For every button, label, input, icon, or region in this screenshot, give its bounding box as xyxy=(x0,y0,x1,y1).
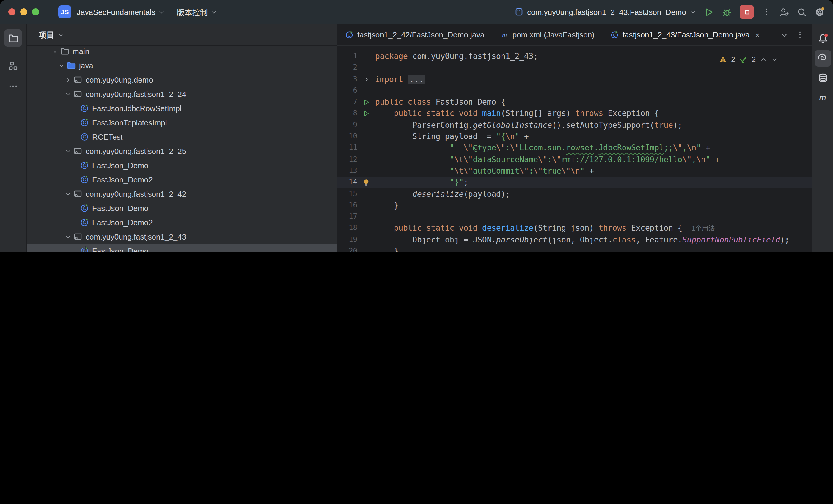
lightbulb-icon[interactable] xyxy=(357,177,375,188)
tree-item-label: FastJson_Demo xyxy=(92,203,148,213)
package-icon xyxy=(73,232,82,241)
settings-gear-icon[interactable] xyxy=(814,7,825,17)
kebab-icon xyxy=(795,30,805,39)
run-gutter-icon[interactable] xyxy=(357,108,375,119)
line-number: 10 xyxy=(337,131,357,142)
chevron-down-icon[interactable] xyxy=(771,56,778,63)
line-number: 9 xyxy=(337,119,357,131)
close-icon[interactable]: × xyxy=(755,30,760,40)
zoom-window-button[interactable] xyxy=(32,8,39,16)
editor-tab-fastjson1_2_42/FastJson_Demo.java[interactable]: Cfastjson1_2_42/FastJson_Demo.java xyxy=(337,24,492,45)
chev-down-icon xyxy=(771,56,778,63)
chevron-down-icon[interactable] xyxy=(57,62,65,69)
chev-right-icon xyxy=(363,76,370,82)
gear-icon xyxy=(814,7,825,17)
chevron-right-icon[interactable] xyxy=(64,76,72,83)
tree-item-FastJson_Demo2[interactable]: CFastJson_Demo2 xyxy=(27,215,336,230)
code-line-18[interactable]: 18 public static void deserialize(String… xyxy=(337,222,812,234)
code-line-10[interactable]: 10 String payload = "{\n" + xyxy=(337,131,812,142)
sidebar-item-project[interactable] xyxy=(4,29,22,47)
tree-item-com.yuy0ung.fastjson1_2_42[interactable]: com.yuy0ung.fastjson1_2_42 xyxy=(27,187,336,201)
tree-item-com.yuy0ung.demo[interactable]: com.yuy0ung.demo xyxy=(27,73,336,87)
project-selector[interactable]: JavaSecFundamentals xyxy=(77,7,165,16)
tree-item-com.yuy0ung.fastjson1_2_24[interactable]: com.yuy0ung.fastjson1_2_24 xyxy=(27,87,336,101)
package-icon xyxy=(73,89,82,99)
search-icon xyxy=(797,7,807,17)
tab-options-icon[interactable] xyxy=(795,30,805,39)
inspections-widget[interactable]: 2 2 xyxy=(718,55,778,64)
line-number: 7 xyxy=(337,96,357,108)
more-actions-icon[interactable] xyxy=(762,7,771,17)
tree-item-label: FastJson_Demo2 xyxy=(92,218,153,227)
tree-item-java[interactable]: java xyxy=(27,58,336,73)
stop-button[interactable] xyxy=(740,5,754,19)
tree-item-FastJson_Demo[interactable]: CFastJson_Demo xyxy=(27,158,336,172)
code-line-14[interactable]: 14 "}"; xyxy=(337,177,812,188)
code-line-12[interactable]: 12 "\t\"dataSourceName\":\"rmi://127.0.0… xyxy=(337,154,812,165)
maven-icon[interactable]: m xyxy=(814,89,831,106)
code-line-3[interactable]: 3import ... xyxy=(337,73,812,85)
close-window-button[interactable] xyxy=(8,8,16,16)
code-line-8[interactable]: 8 public static void main(String[] args)… xyxy=(337,108,812,119)
folder-blue-icon xyxy=(67,61,76,70)
code-line-11[interactable]: 11 " \"@type\":\"LLcom.sun.rowset.JdbcRo… xyxy=(337,142,812,154)
chev-down-icon xyxy=(58,62,65,69)
tree-item-FastJson_Demo[interactable]: CFastJson_Demo xyxy=(27,244,336,252)
tree-item-com.yuy0ung.fastjson1_2_25[interactable]: com.yuy0ung.fastjson1_2_25 xyxy=(27,144,336,158)
hidden-tabs-chevron-icon[interactable] xyxy=(780,31,788,39)
tree-item-FastJson_Demo[interactable]: CFastJson_Demo xyxy=(27,201,336,215)
code-area[interactable]: 2 2 1package com.yuy0ung.fastjson1_2_43;… xyxy=(337,46,812,252)
tree-item-RCETest[interactable]: CRCETest xyxy=(27,129,336,144)
search-icon[interactable] xyxy=(797,7,807,17)
chevron-down-icon[interactable] xyxy=(64,233,72,240)
tree-item-label: FastJson_Demo2 xyxy=(92,175,153,184)
editor-tab-fastjson1_2_43/FastJson_Demo.java[interactable]: Cfastjson1_2_43/FastJson_Demo.java× xyxy=(602,24,768,45)
minimize-window-button[interactable] xyxy=(20,8,27,16)
user-plus-icon xyxy=(779,7,789,17)
code-line-16[interactable]: 16 } xyxy=(337,200,812,211)
chevron-down-icon[interactable] xyxy=(64,91,72,97)
editor-tab-pom.xml (JavaFastjson)[interactable]: mpom.xml (JavaFastjson) xyxy=(492,24,602,45)
project-panel-header[interactable]: 项目 xyxy=(27,24,336,46)
chev-down-icon xyxy=(65,191,71,197)
title-bar: JS JavaSecFundamentals 版本控制 com.yuy0ung.… xyxy=(0,0,833,24)
run-gutter-icon[interactable] xyxy=(357,96,375,108)
chevron-down-icon[interactable] xyxy=(50,48,59,54)
code-text: import ... xyxy=(375,73,812,85)
code-line-6[interactable]: 6 xyxy=(337,85,812,97)
chevron-down-icon[interactable] xyxy=(64,191,72,197)
chevron-up-icon[interactable] xyxy=(760,56,767,63)
structure-icon xyxy=(8,61,19,71)
tree-item-FastJson_Demo2[interactable]: CFastJson_Demo2 xyxy=(27,172,336,187)
code-line-20[interactable]: 20 } xyxy=(337,245,812,252)
add-user-icon[interactable] xyxy=(779,7,789,17)
code-line-15[interactable]: 15 deserialize(payload); xyxy=(337,188,812,200)
chevron-down-icon[interactable] xyxy=(64,148,72,154)
tree-item-com.yuy0ung.fastjson1_2_43[interactable]: com.yuy0ung.fastjson1_2_43 xyxy=(27,230,336,244)
code-line-9[interactable]: 9 ParserConfig.getGlobalInstance().setAu… xyxy=(337,119,812,131)
code-line-19[interactable]: 19 Object obj = JSON.parseObject(json, O… xyxy=(337,234,812,246)
run-button[interactable] xyxy=(704,7,714,17)
tree-item-FastJsonJdbcRowSetImpl[interactable]: CFastJsonJdbcRowSetImpl xyxy=(27,101,336,115)
sidebar-item-more[interactable] xyxy=(4,77,22,95)
play-icon xyxy=(704,7,714,17)
debug-button[interactable] xyxy=(722,7,732,17)
notifications-bell-icon[interactable] xyxy=(814,30,831,47)
vcs-menu[interactable]: 版本控制 xyxy=(177,6,217,18)
database-icon[interactable] xyxy=(814,70,831,86)
tree-item-main[interactable]: main xyxy=(27,46,336,58)
tab-label: fastjson1_2_43/FastJson_Demo.java xyxy=(622,30,750,39)
code-line-7[interactable]: 7public class FastJson_Demo { xyxy=(337,96,812,108)
code-text: "\t\"autoCommit\":\"true\"\n" + xyxy=(375,165,812,177)
code-line-13[interactable]: 13 "\t\"autoCommit\":\"true\"\n" + xyxy=(337,165,812,177)
code-line-2[interactable]: 2 xyxy=(337,62,812,74)
run-configuration-selector[interactable]: com.yuy0ung.fastjson1_2_43.FastJson_Demo xyxy=(514,7,696,17)
run-config-icon xyxy=(514,7,524,17)
sidebar-item-structure[interactable] xyxy=(4,57,22,75)
code-line-17[interactable]: 17 xyxy=(337,211,812,222)
structure-icon xyxy=(8,61,19,71)
chevron-down-icon xyxy=(159,8,165,15)
tree-item-FastJsonTeplatesImpl[interactable]: CFastJsonTeplatesImpl xyxy=(27,115,336,129)
fold-chevron-icon[interactable] xyxy=(357,73,375,85)
ai-assistant-icon[interactable] xyxy=(814,50,831,67)
